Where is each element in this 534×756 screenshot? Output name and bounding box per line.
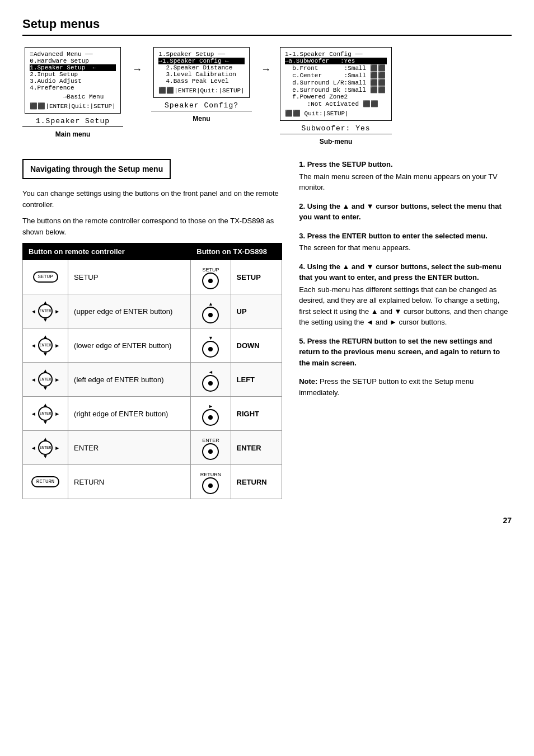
menu-diagram: 1.Speaker Setup ── →1.Speaker Config ← 2…: [151, 47, 252, 123]
menu-line2: 2.Speaker Distance: [158, 64, 244, 71]
menu-line1: →1.Speaker Config ←: [158, 58, 244, 64]
main-menu-label: Main menu: [55, 130, 91, 138]
tx-label-cell: RIGHT: [231, 397, 282, 431]
main-menu-title: ≡Advanced Menu ──: [30, 51, 115, 58]
col1-header: Button on remote controller: [23, 243, 191, 260]
arrow-2: →: [261, 47, 271, 76]
main-menu-footer: →Basic Menu: [30, 93, 115, 100]
main-menu-line4: 4.Preference: [30, 84, 115, 91]
step-detail: Each sub-menu has different settings tha…: [299, 284, 512, 328]
main-menu-line1: 1.Speaker Setup ←: [30, 64, 115, 71]
menu-line4: 4.Bass Peak Level: [158, 78, 244, 84]
col2-header: Button on TX-DS898: [191, 243, 282, 260]
right-column: 1. Press the SETUP button.The main menu …: [299, 159, 512, 499]
remote-icon-cell: SETUP: [23, 260, 68, 294]
menu-box: 1.Speaker Setup ── →1.Speaker Config ← 2…: [153, 47, 249, 98]
submenu-line-d: d.Surround L/R:Small ⬛⬛: [285, 79, 387, 86]
two-col-layout: Navigating through the Setup menu You ca…: [22, 159, 512, 499]
left-column: Navigating through the Setup menu You ca…: [22, 159, 282, 499]
step-item: 1. Press the SETUP button.The main menu …: [299, 159, 512, 193]
menu-controls: ⬛⬛|ENTER|Quit:|SETUP|: [158, 87, 244, 94]
submenu-line-b: b.Front :Small ⬛⬛: [285, 64, 387, 72]
note-text: Press the SETUP button to exit the Setup…: [299, 377, 474, 397]
main-menu-line0: 0.Hardware Setup: [30, 58, 115, 64]
menu-diagrams: ≡Advanced Menu ── 0.Hardware Setup 1.Spe…: [22, 47, 512, 145]
submenu-line-c: c.Center :Small ⬛⬛: [285, 72, 387, 79]
submenu-line-f: f.Powered Zone2: [285, 93, 387, 100]
button-table: Button on remote controller Button on TX…: [22, 243, 282, 499]
tx-label-cell: LEFT: [231, 363, 282, 397]
remote-label-cell: RETURN: [68, 465, 191, 499]
step-item: 3. Press the ENTER button to enter the s…: [299, 231, 512, 253]
tx-icon-cell: ►: [191, 397, 231, 431]
submenu-controls: ⬛⬛ Quit:|SETUP|: [285, 110, 387, 117]
step-detail: The screen for that menu appears.: [299, 242, 512, 253]
arrow-1: →: [132, 47, 142, 76]
step-number: 5.: [299, 337, 305, 345]
remote-label-cell: SETUP: [68, 260, 191, 294]
step-number: 2.: [299, 202, 305, 210]
main-menu-controls: ⬛⬛|ENTER|Quit:|SETUP|: [30, 102, 115, 110]
menu-line3: 3.Level Calibration: [158, 71, 244, 78]
step-bold: Using the ▲ and ▼ cursor buttons, select…: [299, 262, 502, 282]
remote-icon-cell: ▲ ▼ ◄ ► ENTER: [23, 431, 68, 465]
submenu-line-a: →a.Subwoofer :Yes: [285, 58, 387, 64]
main-menu-lcd: 1.Speaker Setup: [22, 117, 123, 127]
submenu-box: 1-1.Speaker Config ── →a.Subwoofer :Yes …: [280, 47, 392, 121]
main-menu-box: ≡Advanced Menu ── 0.Hardware Setup 1.Spe…: [25, 47, 120, 114]
main-menu-line3: 3.Audio Adjust: [30, 78, 115, 84]
submenu-label: Sub-menu: [320, 138, 353, 145]
tx-icon-cell: SETUP: [191, 260, 231, 294]
step-detail: The main menu screen of the Main menu ap…: [299, 171, 512, 193]
desc2: The buttons on the remote controller cor…: [22, 215, 282, 237]
submenu-line-f2: :Not Activated ⬛⬛: [285, 100, 387, 107]
submenu-diagram: 1-1.Speaker Config ── →a.Subwoofer :Yes …: [280, 47, 392, 145]
step-number: 1.: [299, 160, 305, 168]
note-label: Note:: [299, 377, 317, 386]
remote-icon-cell: RETURN: [23, 465, 68, 499]
step-number: 3.: [299, 232, 305, 240]
tx-label-cell: SETUP: [231, 260, 282, 294]
remote-icon-cell: ▲ ▼ ◄ ► ENTER: [23, 397, 68, 431]
submenu-title: 1-1.Speaker Config ──: [285, 51, 387, 58]
remote-label-cell: (upper edge of ENTER button): [68, 294, 191, 328]
step-item: 4. Using the ▲ and ▼ cursor buttons, sel…: [299, 261, 512, 328]
submenu-lcd: Subwoofer: Yes: [280, 124, 392, 134]
tx-icon-cell: ▲: [191, 294, 231, 328]
remote-label-cell: (left edge of ENTER button): [68, 363, 191, 397]
tx-icon-cell: RETURN: [191, 465, 231, 499]
step-bold: Press the RETURN button to set the new s…: [299, 337, 500, 367]
step-item: 5. Press the RETURN button to set the ne…: [299, 336, 512, 369]
page-number: 27: [22, 516, 512, 525]
note: Note: Press the SETUP button to exit the…: [299, 376, 512, 398]
step-item: 2. Using the ▲ and ▼ cursor buttons, sel…: [299, 201, 512, 223]
menu-lcd: Speaker Config?: [151, 101, 252, 111]
tx-icon-cell: ENTER: [191, 431, 231, 465]
menu-label: Menu: [193, 115, 210, 123]
steps-list: 1. Press the SETUP button.The main menu …: [299, 159, 512, 368]
submenu-line-e: e.Surround Bk :Small ⬛⬛: [285, 86, 387, 93]
tx-label-cell: DOWN: [231, 328, 282, 363]
tx-label-cell: RETURN: [231, 465, 282, 499]
step-number: 4.: [299, 262, 305, 271]
remote-icon-cell: ▲ ▼ ◄ ► ENTER: [23, 328, 68, 363]
menu-title: 1.Speaker Setup ──: [158, 51, 244, 58]
step-bold: Using the ▲ and ▼ cursor buttons, select…: [299, 202, 502, 222]
step-bold: Press the ENTER button to enter the sele…: [307, 232, 488, 240]
remote-label-cell: ENTER: [68, 431, 191, 465]
remote-icon-cell: ▲ ▼ ◄ ► ENTER: [23, 363, 68, 397]
step-bold: Press the SETUP button.: [307, 160, 393, 168]
remote-label-cell: (lower edge of ENTER button): [68, 328, 191, 363]
remote-icon-cell: ▲ ▼ ◄ ► ENTER: [23, 294, 68, 328]
main-menu-diagram: ≡Advanced Menu ── 0.Hardware Setup 1.Spe…: [22, 47, 123, 138]
tx-label-cell: ENTER: [231, 431, 282, 465]
main-menu-line2: 2.Input Setup: [30, 71, 115, 78]
desc1: You can change settings using the button…: [22, 188, 282, 210]
tx-icon-cell: ▼: [191, 328, 231, 363]
remote-label-cell: (right edge of ENTER button): [68, 397, 191, 431]
section-header-box: Navigating through the Setup menu: [22, 159, 171, 179]
tx-icon-cell: ◄: [191, 363, 231, 397]
tx-label-cell: UP: [231, 294, 282, 328]
page-title: Setup menus: [22, 17, 512, 36]
